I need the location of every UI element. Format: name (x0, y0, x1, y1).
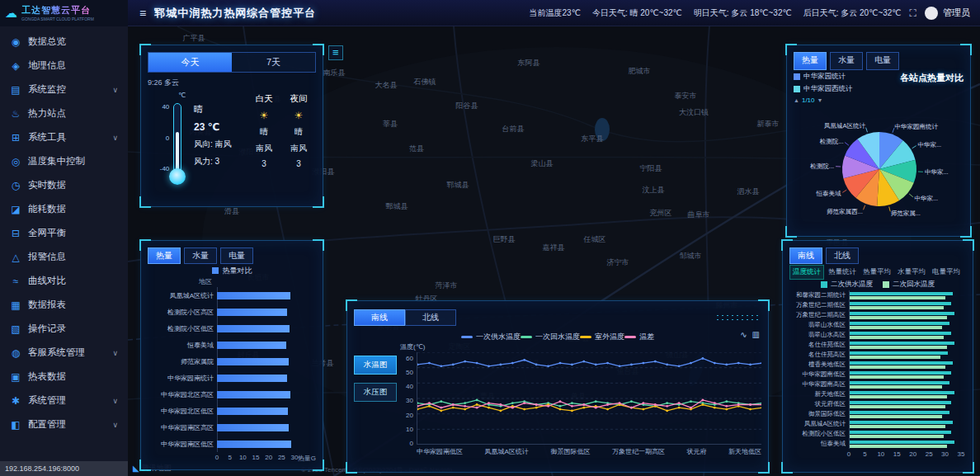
temp-bar-row: 万象世纪二期低区 (789, 300, 961, 310)
heat-tab-0[interactable]: 热量 (148, 247, 181, 264)
map-place-label: 阳谷县 (456, 101, 478, 111)
right-subtab-1[interactable]: 热量统计 (826, 266, 859, 279)
map-place-label: 巨野县 (493, 234, 516, 245)
sidebar-item-alarm-info[interactable]: △报警信息 (0, 245, 128, 269)
line-chart-body: 水温图 水压图 温度(℃) 6050403020100 中华家园南低区凤凰城A区… (354, 342, 761, 456)
weather-summary: 当前温度23℃ 今日天气: 晴 20℃~32℃ 明日天气: 多云 18℃~32℃… (530, 7, 902, 19)
temp-bar-row: 中华家园南高区 (789, 379, 961, 389)
sidebar-item-system-admin[interactable]: ✱系统管理∨ (0, 389, 128, 412)
heat-tab-2[interactable]: 电量 (220, 247, 253, 264)
pie-tabs: 热量水量电量 (794, 52, 964, 70)
data-overview-icon: ◉ (10, 36, 21, 48)
axis-tick: 10 (239, 454, 247, 461)
system-admin-icon: ✱ (10, 395, 21, 407)
current-condition: 晴 (194, 103, 247, 115)
sidebar-item-system-monitor[interactable]: ▤系统监控∨ (0, 78, 128, 101)
pie-tab-2[interactable]: 电量 (866, 52, 899, 70)
axis-tick: 30 (941, 450, 949, 458)
pager-down-icon[interactable]: ▼ (817, 97, 823, 103)
legend-item[interactable]: 中华家园西统计 (794, 84, 853, 94)
temp-bar (849, 385, 942, 389)
thermometer-bulb (169, 168, 186, 185)
heat-tab-1[interactable]: 水量 (184, 247, 217, 264)
legend-item[interactable]: 二次回水温度 (883, 280, 935, 290)
map-place-label: 南乐县 (323, 68, 346, 78)
sidebar-item-geo-info[interactable]: ◈地理信息 (0, 54, 128, 78)
avatar[interactable] (925, 7, 938, 20)
temp-bar-row: 中华家园南低区 (789, 370, 961, 379)
axis-tick: 25 (926, 450, 933, 458)
dots-decoration (715, 313, 761, 323)
sidebar-item-temp-control[interactable]: ◎温度集中控制 (0, 149, 128, 173)
pager-up-icon[interactable]: ▲ (794, 97, 799, 103)
right-subtab-0[interactable]: 温度统计 (789, 265, 824, 280)
sidebar-item-operation-log[interactable]: ▧操作记录 (0, 317, 128, 341)
network-balance-icon: ⊟ (10, 228, 21, 239)
heat-bar (217, 424, 289, 431)
heat-bar-row: 师范家属院 (148, 353, 294, 370)
sidebar-item-realtime-data[interactable]: ◷实时数据 (0, 173, 128, 197)
legend-item[interactable]: 一次供水温度 (461, 332, 521, 342)
temp-bar-row: 状元府低区 (789, 399, 961, 409)
panel-collapse-icon[interactable]: ≡ (328, 45, 343, 60)
weather-tab-1[interactable]: 7天 (232, 53, 315, 72)
user-name[interactable]: 管理员 (943, 7, 970, 19)
axis-tick: 0 (215, 454, 219, 461)
legend-item[interactable]: 室外温度 (580, 332, 624, 342)
sidebar-item-system-tools[interactable]: ⊞系统工具∨ (0, 125, 128, 149)
temp-bar-row: 恒泰美域 (789, 439, 961, 449)
legend-item[interactable]: 温差 (624, 332, 654, 342)
right-x-axis: 05101520253035 (849, 449, 961, 459)
map-place-label: 新泰市 (757, 119, 780, 130)
bar-chart-toggle-icon[interactable]: ▥ (752, 330, 760, 339)
legend-pager[interactable]: ▲1/10▼ (794, 97, 853, 104)
temp-bar (849, 336, 944, 339)
right-tab-0[interactable]: 南线 (789, 247, 822, 264)
map-place-label: 台前县 (502, 124, 525, 134)
water-temp-button[interactable]: 水温图 (354, 356, 397, 375)
legend-item[interactable]: 一次回水温度 (521, 332, 580, 342)
cloud-logo-icon: ☁ (5, 7, 17, 19)
sidebar-item-energy-data[interactable]: ◪能耗数据 (0, 197, 128, 221)
menu-toggle-icon[interactable]: ≡ (139, 7, 146, 20)
chart-mode-buttons: 水温图 水压图 (354, 342, 397, 456)
heat-bar-row: 检测院小区低区 (148, 320, 294, 337)
fullscreen-icon[interactable]: ⛶ (910, 7, 916, 19)
map-place-label: 曲阜市 (688, 210, 710, 220)
right-tab-1[interactable]: 北线 (826, 247, 859, 264)
right-subtab-2[interactable]: 热量平均 (860, 266, 893, 279)
sidebar-item-config-admin[interactable]: ◧配置管理∨ (0, 412, 128, 436)
pie-tab-1[interactable]: 水量 (830, 52, 863, 70)
right-subtab-3[interactable]: 水量平均 (895, 266, 928, 279)
line-chart-toggle-icon[interactable]: ∿ (740, 330, 747, 339)
sidebar-item-data-overview[interactable]: ◉数据总览 (0, 30, 128, 54)
heat-legend[interactable]: 热量对比 (148, 264, 316, 277)
sidebar-item-customer-service[interactable]: ◍客服系统管理∨ (0, 341, 128, 365)
pie-chart: 中华家园南统计中华家...中华家...中华家...师范家属...师范家属西...… (794, 106, 965, 229)
temp-bar (849, 351, 948, 355)
sidebar-footer-ip: 192.168.254.196:8000 (0, 461, 128, 476)
legend-item[interactable]: 二次供水温度 (821, 280, 873, 290)
weather-tab-0[interactable]: 今天 (148, 53, 232, 72)
sidebar-item-network-balance[interactable]: ⊟全网平衡 (0, 221, 128, 245)
line-tab-1[interactable]: 北线 (405, 309, 456, 326)
legend-item[interactable]: 中华家园统计 (794, 72, 853, 82)
water-pressure-button[interactable]: 水压图 (354, 383, 397, 402)
temp-bar (849, 381, 949, 384)
thermometer-scale: 40 0 -40 (160, 103, 170, 172)
pie-tab-0[interactable]: 热量 (794, 52, 827, 70)
sidebar-item-heat-station[interactable]: ♨热力站点 (0, 101, 128, 125)
temp-bar (849, 302, 951, 305)
temp-bar (849, 361, 953, 365)
sidebar-item-data-report[interactable]: ▦数据报表 (0, 293, 128, 317)
app-logo: ☁ 工达智慧云平台 GONGDA SMART CLOUD PLATFORM (0, 0, 128, 26)
map-place-label: 任城区 (584, 234, 606, 245)
heat-bar (217, 391, 290, 398)
sunny-night-icon: ☀ (294, 110, 304, 121)
sidebar-item-heat-meter[interactable]: ▣热表数据 (0, 365, 128, 389)
sidebar-item-curve-compare[interactable]: ≈曲线对比 (0, 269, 128, 293)
right-subtab-4[interactable]: 电量平均 (930, 266, 963, 279)
current-temperature: 23 ℃ (194, 121, 247, 133)
temp-bar-row: 名仕佳苑低区 (789, 340, 961, 350)
line-tab-0[interactable]: 南线 (354, 309, 405, 326)
